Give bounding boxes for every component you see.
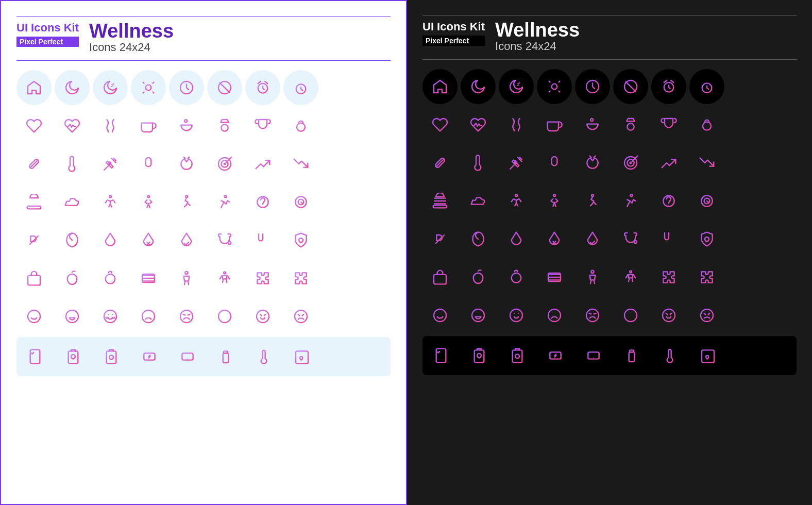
dark-header: UI Icons Kit Pixel Perfect Wellness Icon… [422, 15, 797, 60]
dark-icon-apple [461, 260, 496, 295]
svg-point-89 [108, 314, 109, 315]
dark-wellness-block: Wellness Icons 24x24 [495, 20, 580, 53]
dark-icon-puzzle2 [689, 260, 724, 295]
dark-row-4 [422, 183, 797, 218]
dark-icon-scale [422, 260, 458, 295]
svg-line-9 [143, 92, 144, 93]
light-icon-medal [207, 108, 242, 143]
light-icon-pill-leaf [16, 223, 52, 258]
svg-point-91 [106, 317, 108, 318]
svg-rect-120 [224, 351, 228, 353]
dark-icon-carrot [575, 145, 610, 180]
dark-icon-happy-blush [499, 298, 534, 333]
light-icon-heart [16, 108, 52, 143]
svg-line-166 [510, 165, 514, 169]
svg-rect-171 [552, 157, 557, 165]
svg-point-55 [147, 195, 149, 197]
light-icon-kettlebell [283, 108, 318, 143]
dark-icon-target [613, 145, 648, 180]
svg-point-90 [112, 314, 113, 315]
light-icon-body [169, 261, 204, 296]
svg-point-118 [187, 358, 188, 359]
light-icon-neutral [207, 299, 242, 334]
svg-line-136 [549, 81, 550, 82]
svg-rect-107 [69, 351, 78, 363]
svg-line-15 [258, 81, 261, 83]
svg-point-82 [28, 310, 40, 323]
svg-point-183 [515, 194, 517, 196]
dark-icon-medicine-bottle [614, 338, 649, 373]
light-icon-medicine-bottle [208, 339, 243, 374]
dark-icon-heart-clipboard [462, 338, 497, 373]
svg-line-142 [626, 82, 636, 92]
svg-point-97 [218, 310, 231, 323]
svg-text:z: z [518, 81, 520, 85]
svg-point-77 [185, 272, 188, 274]
svg-point-227 [663, 309, 675, 322]
dark-icon-ban [613, 69, 648, 104]
light-wellness-block: Wellness Icons 24x24 [89, 21, 174, 54]
svg-rect-103 [30, 350, 40, 364]
dark-icon-tape [537, 260, 572, 295]
light-icon-brain-clock [283, 184, 318, 220]
svg-line-174 [590, 156, 591, 158]
light-icon-thermometer2 [246, 339, 281, 374]
svg-point-186 [591, 194, 594, 196]
dark-icon-drop [499, 222, 534, 257]
svg-point-178 [630, 162, 632, 164]
dark-icon-heart [422, 107, 458, 142]
light-icon-battery-bolt [132, 339, 167, 374]
light-icon-calendar-heart [284, 339, 319, 374]
dark-icon-battery-bolt [538, 338, 573, 373]
svg-point-102 [295, 310, 307, 323]
dark-icon-burger [422, 183, 458, 218]
light-icon-burger [16, 184, 52, 220]
light-icon-fork-knife [245, 223, 280, 258]
svg-line-8 [153, 92, 154, 93]
dark-icon-trending-down [689, 145, 724, 180]
dark-icon-grin [461, 298, 496, 333]
dark-pixel-perfect: Pixel Perfect [422, 36, 485, 46]
dark-icon-mental-health [651, 183, 686, 218]
dark-icon-puzzle [651, 260, 686, 295]
svg-line-13 [220, 83, 230, 93]
light-icon-smile [16, 299, 52, 334]
dark-kit-title: UI Icons Kit [422, 20, 485, 33]
dark-icon-fork-knife [651, 222, 686, 257]
light-icon-dance [169, 184, 204, 220]
light-icon-puzzle [245, 261, 280, 296]
light-icon-running [207, 184, 242, 220]
dark-icon-drop-check [575, 222, 610, 257]
dark-icon-body [575, 260, 610, 295]
svg-line-208 [594, 280, 595, 283]
svg-point-197 [634, 241, 637, 243]
svg-rect-245 [629, 352, 635, 362]
light-icon-timer [283, 70, 318, 105]
light-icon-heartbeat [55, 108, 90, 143]
dark-icon-pill-leaf [422, 222, 458, 257]
dark-icon-calendar-heart [690, 338, 725, 373]
dark-icon-exercise [537, 183, 572, 218]
dark-icon-shield-heart [689, 222, 724, 257]
light-icon-sneaker [55, 184, 90, 220]
svg-point-92 [112, 317, 114, 318]
svg-line-16 [265, 81, 267, 83]
svg-rect-119 [223, 353, 229, 363]
dark-icon-dna [499, 107, 534, 142]
light-icon-happy-blush [93, 299, 128, 334]
light-header-left: UI Icons Kit Pixel Perfect [16, 21, 79, 47]
light-icon-drop-x [131, 223, 166, 258]
svg-point-57 [185, 195, 188, 197]
svg-line-37 [104, 166, 108, 170]
light-icon-carrot [169, 146, 204, 181]
light-icon-weight-clipboard [94, 339, 129, 374]
dark-row-1: z z [422, 69, 797, 104]
svg-point-93 [142, 310, 155, 323]
svg-line-180 [635, 156, 637, 158]
svg-point-68 [228, 242, 231, 244]
light-icons-size: Icons 24x24 [89, 41, 174, 54]
svg-point-85 [66, 310, 78, 323]
svg-line-51 [229, 157, 231, 159]
svg-point-49 [224, 163, 226, 165]
dark-icon-sleep: z z [499, 69, 534, 104]
